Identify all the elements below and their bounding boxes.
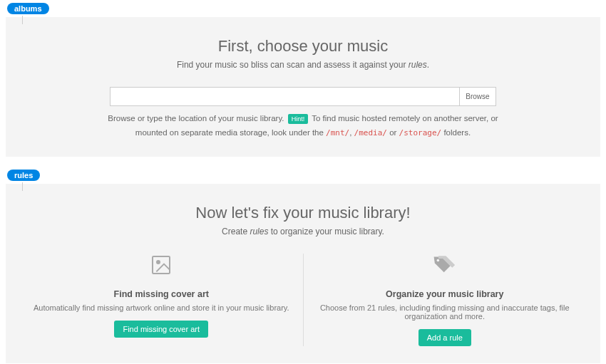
- cover-desc: Automatically find missing artwork onlin…: [33, 303, 290, 312]
- organize-column: Organize your music library Choose from …: [304, 254, 587, 346]
- svg-point-2: [436, 259, 439, 262]
- find-cover-art-button[interactable]: Find missing cover art: [114, 321, 208, 338]
- rules-subtitle: Create rules to organize your music libr…: [20, 227, 586, 236]
- rules-title: Now let's fix your music library!: [20, 204, 586, 222]
- music-path-input[interactable]: [110, 87, 459, 106]
- hint-text: Browse or type the location of your musi…: [103, 112, 503, 140]
- organize-desc: Choose from 21 rules, including finding …: [317, 303, 574, 321]
- rules-panel: Now let's fix your music library! Create…: [6, 184, 600, 363]
- tags-icon: [317, 254, 574, 276]
- browse-button[interactable]: Browse: [459, 87, 495, 106]
- tag-stem: [22, 182, 23, 191]
- albums-title: First, choose your music: [20, 37, 586, 56]
- add-rule-button[interactable]: Add a rule: [418, 329, 471, 346]
- section-tag-albums: albums: [7, 3, 49, 14]
- svg-point-1: [157, 261, 160, 264]
- cover-heading: Find missing cover art: [33, 289, 290, 299]
- cover-art-column: Find missing cover art Automatically fin…: [20, 254, 304, 346]
- image-icon: [33, 254, 290, 276]
- svg-rect-0: [153, 256, 170, 274]
- albums-subtitle: Find your music so bliss can scan and as…: [20, 60, 586, 70]
- albums-panel: First, choose your music Find your music…: [6, 17, 600, 157]
- hint-badge: Hint!: [288, 114, 309, 124]
- tag-stem: [22, 16, 23, 24]
- section-tag-rules: rules: [7, 170, 40, 181]
- organize-heading: Organize your music library: [317, 289, 574, 299]
